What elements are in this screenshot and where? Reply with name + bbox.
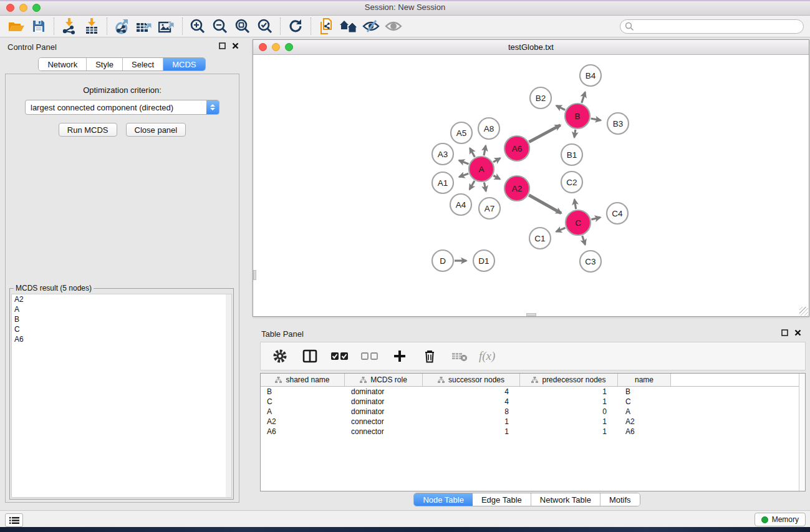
import-network-icon[interactable] — [58, 17, 80, 36]
table-scrollbar-track[interactable] — [799, 374, 805, 491]
graph-edge-A6-B[interactable] — [529, 125, 560, 142]
table-cell: C — [618, 397, 671, 406]
add-column-icon[interactable] — [389, 346, 410, 367]
float-panel-icon[interactable] — [781, 329, 788, 336]
optimization-criterion-label: Optimization criterion: — [6, 85, 239, 95]
column-header-successor-nodes[interactable]: successor nodes — [423, 374, 520, 386]
close-panel-icon[interactable] — [794, 329, 801, 336]
column-header-predecessor-nodes[interactable]: predecessor nodes — [520, 374, 618, 386]
table-cell: connector — [345, 417, 423, 426]
graph-edge-A-A8[interactable] — [484, 146, 486, 156]
delete-table-icon[interactable] — [449, 346, 470, 367]
export-image-icon[interactable] — [156, 17, 178, 36]
graph-edge-A2-C[interactable] — [529, 195, 561, 213]
graph-edge-C-C4[interactable] — [591, 217, 600, 219]
graph-edge-B-B1[interactable] — [574, 130, 576, 138]
table-row[interactable]: A2connector11A2 — [261, 417, 805, 427]
tab-mcds[interactable]: MCDS — [163, 58, 205, 70]
save-session-icon[interactable] — [27, 17, 50, 36]
mcds-result-item[interactable]: A — [12, 304, 231, 314]
select-all-icon[interactable] — [329, 346, 350, 367]
graph-node-label: A5 — [456, 128, 467, 138]
tab-select[interactable]: Select — [123, 58, 163, 70]
mcds-result-item[interactable]: A2 — [12, 294, 231, 304]
delete-icon[interactable] — [419, 346, 440, 367]
graph-edge-A-A6[interactable] — [493, 158, 500, 162]
graph-node-label: A7 — [485, 204, 495, 213]
tab-node-table[interactable]: Node Table — [414, 493, 473, 506]
gear-icon[interactable] — [269, 346, 291, 367]
graph-edge-B-B3[interactable] — [591, 118, 601, 120]
tab-motifs[interactable]: Motifs — [600, 493, 640, 506]
task-history-button[interactable] — [5, 513, 23, 527]
table-row[interactable]: A6connector11A6 — [261, 427, 805, 437]
table-body: Bdominator41BCdominator41CAdominator80AA… — [261, 387, 805, 437]
graph-edge-C-C3[interactable] — [582, 236, 586, 244]
float-panel-icon[interactable] — [219, 42, 226, 49]
search-input[interactable] — [634, 20, 803, 33]
graph-edge-B-B2[interactable] — [556, 105, 565, 110]
mcds-result-item[interactable]: C — [12, 324, 231, 334]
network-canvas[interactable]: AA1A2A3A4A5A6A7A8BB1B2B3B4CC1C2C3C4DD1 — [253, 55, 809, 316]
graph-node-label: B2 — [536, 94, 546, 103]
zoom-fit-icon[interactable] — [231, 17, 254, 36]
graph-edge-A-A5[interactable] — [470, 148, 475, 157]
scrollbar-fragment[interactable] — [526, 313, 536, 316]
zoom-out-icon[interactable] — [209, 17, 231, 36]
column-header-name[interactable]: name — [618, 374, 671, 386]
graph-edge-A-A7[interactable] — [484, 183, 486, 191]
run-mcds-button[interactable]: Run MCDS — [59, 123, 117, 137]
export-table-icon[interactable] — [133, 17, 156, 36]
criterion-dropdown[interactable]: largest connected component (directed) — [25, 100, 219, 115]
deselect-all-icon[interactable] — [359, 346, 380, 367]
mcds-result-item[interactable]: B — [12, 314, 231, 324]
tab-edge-table[interactable]: Edge Table — [473, 493, 531, 506]
control-panel-tabs: NetworkStyleSelectMCDS — [38, 57, 205, 71]
column-header-shared-name[interactable]: shared name — [261, 374, 345, 386]
table-row[interactable]: Bdominator41B — [261, 387, 805, 397]
open-file-icon[interactable] — [5, 17, 27, 36]
tab-network-table[interactable]: Network Table — [531, 493, 600, 506]
table-row[interactable]: Adominator80A — [261, 407, 805, 417]
refresh-icon[interactable] — [284, 17, 307, 36]
split-view-icon[interactable] — [299, 346, 321, 367]
graph-node-label: A8 — [484, 124, 494, 133]
graph-edge-B-B4[interactable] — [582, 92, 586, 103]
close-panel-button[interactable]: Close panel — [126, 123, 186, 137]
export-network-icon[interactable] — [111, 17, 133, 36]
tab-style[interactable]: Style — [87, 58, 123, 70]
search-field[interactable] — [620, 19, 804, 34]
table-tabs: Node TableEdge TableNetwork TableMotifs — [413, 493, 640, 506]
zoom-in-icon[interactable] — [186, 17, 209, 36]
resize-grip[interactable] — [799, 307, 808, 316]
tree-icon — [438, 377, 445, 384]
tree-icon — [360, 377, 367, 384]
scrollbar-track[interactable] — [226, 294, 231, 497]
memory-button[interactable]: Memory — [755, 513, 806, 526]
mcds-result-list[interactable]: A2ABCA6 — [11, 294, 232, 498]
graph-edge-C-C2[interactable] — [574, 200, 576, 210]
criterion-value: largest connected component (directed) — [26, 103, 206, 112]
table-cell: 1 — [520, 417, 618, 426]
graph-svg: AA1A2A3A4A5A6A7A8BB1B2B3B4CC1C2C3C4DD1 — [253, 55, 809, 316]
zoom-selected-icon[interactable] — [254, 17, 276, 36]
mcds-result-item[interactable]: A6 — [12, 334, 231, 344]
graph-edge-A-A2[interactable] — [493, 176, 499, 180]
table-header-row: shared nameMCDS rolesuccessor nodesprede… — [261, 374, 805, 387]
graph-edge-A-A4[interactable] — [470, 181, 475, 190]
close-panel-icon[interactable] — [232, 42, 239, 49]
home-overview-icon[interactable] — [337, 17, 360, 36]
tab-network[interactable]: Network — [39, 58, 87, 70]
duplicate-network-icon[interactable] — [315, 17, 337, 36]
column-header-MCDS-role[interactable]: MCDS role — [345, 374, 423, 386]
graph-edge-A-A1[interactable] — [459, 173, 468, 177]
hide-details-icon[interactable] — [360, 17, 382, 36]
scrollbar-fragment[interactable] — [253, 270, 256, 280]
graph-edge-A-A3[interactable] — [459, 160, 468, 164]
table-row[interactable]: Cdominator41C — [261, 397, 805, 407]
table-cell: A2 — [261, 417, 345, 426]
network-window-titlebar[interactable]: testGlobe.txt — [253, 40, 809, 55]
graph-edge-C-C1[interactable] — [556, 228, 566, 231]
import-table-icon[interactable] — [80, 17, 103, 36]
show-details-icon[interactable] — [382, 17, 405, 36]
